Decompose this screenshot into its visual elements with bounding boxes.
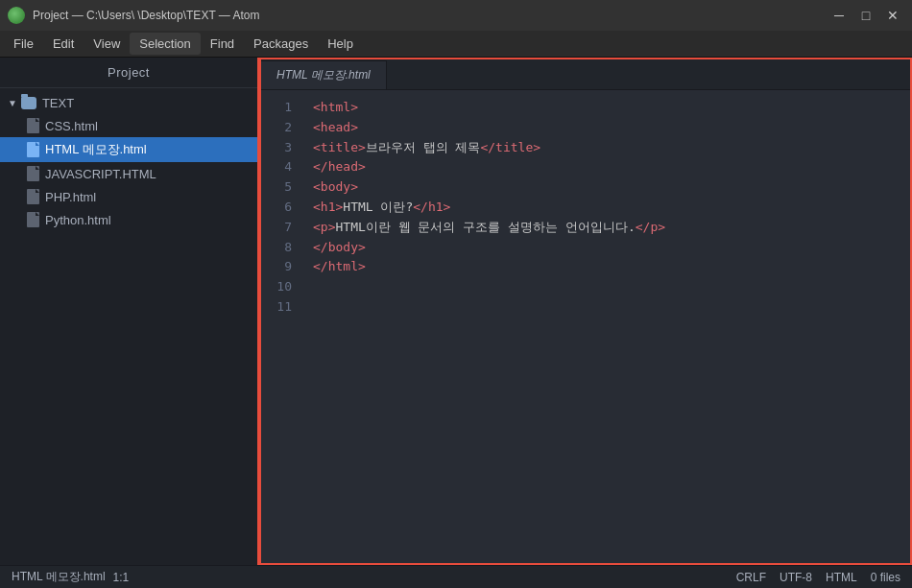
editor-content: 1234567891011 <html><head><title>브라우저 탭의… — [261, 90, 910, 563]
title-bar: Project — C:\Users\ \Desktop\TEXT — Atom… — [0, 0, 912, 31]
line-number: 8 — [261, 238, 292, 258]
status-syntax: HTML — [826, 571, 857, 584]
code-content[interactable]: <html><head><title>브라우저 탭의 제목</title></h… — [301, 90, 910, 563]
status-position: 1:1 — [113, 571, 130, 584]
line-number: 2 — [261, 118, 292, 138]
minimize-button[interactable]: ─ — [828, 6, 851, 25]
file-icon — [27, 142, 39, 157]
folder-icon — [21, 97, 36, 109]
code-line: <head> — [313, 118, 899, 138]
file-label: Python.html — [45, 213, 111, 227]
editor-area: HTML 메모장.html 1234567891011 <html><head>… — [259, 58, 912, 565]
title-left: Project — C:\Users\ \Desktop\TEXT — Atom — [8, 7, 260, 24]
title-text: Project — C:\Users\ \Desktop\TEXT — Atom — [33, 9, 260, 22]
code-line: <p>HTML이란 웹 문서의 구조를 설명하는 언어입니다.</p> — [313, 218, 899, 238]
menu-item-help[interactable]: Help — [318, 33, 363, 55]
folder-name: TEXT — [42, 96, 74, 110]
status-line-ending: CRLF — [736, 571, 766, 584]
file-item[interactable]: PHP.html — [0, 185, 257, 208]
file-label: PHP.html — [45, 190, 96, 204]
line-number: 1 — [261, 98, 292, 118]
menu-item-find[interactable]: Find — [201, 33, 244, 55]
file-item[interactable]: HTML 메모장.html — [0, 137, 257, 162]
menu-item-selection[interactable]: Selection — [130, 33, 200, 55]
line-number: 11 — [261, 297, 292, 318]
file-item[interactable]: CSS.html — [0, 114, 257, 137]
app-icon — [8, 7, 25, 24]
menu-item-packages[interactable]: Packages — [244, 33, 318, 55]
line-number: 9 — [261, 257, 292, 277]
menu-item-view[interactable]: View — [84, 33, 130, 55]
line-numbers: 1234567891011 — [261, 90, 301, 563]
code-line: <html> — [313, 98, 899, 118]
sidebar: Project ▼ TEXT CSS.htmlHTML 메모장.htmlJAVA… — [0, 58, 259, 565]
file-label: HTML 메모장.html — [45, 141, 147, 158]
file-icon — [27, 166, 39, 181]
status-filename: HTML 메모장.html — [12, 569, 106, 585]
code-line: </body> — [313, 238, 899, 258]
menu-item-edit[interactable]: Edit — [43, 33, 84, 55]
status-right: CRLF UTF-8 HTML 0 files — [736, 571, 900, 584]
menu-bar: FileEditViewSelectionFindPackagesHelp — [0, 31, 912, 58]
file-item[interactable]: Python.html — [0, 208, 257, 231]
sidebar-title: Project — [0, 58, 257, 88]
file-label: CSS.html — [45, 119, 98, 133]
file-icon — [27, 212, 39, 227]
editor-tab-bar: HTML 메모장.html — [261, 59, 910, 90]
line-number: 7 — [261, 218, 292, 238]
code-line: <body> — [313, 177, 899, 198]
line-number: 6 — [261, 198, 292, 218]
main-area: Project ▼ TEXT CSS.htmlHTML 메모장.htmlJAVA… — [0, 58, 912, 565]
file-tree: ▼ TEXT CSS.htmlHTML 메모장.htmlJAVASCRIPT.H… — [0, 88, 257, 565]
window-controls: ─ □ ✕ — [828, 6, 904, 25]
line-number: 10 — [261, 277, 292, 297]
file-icon — [27, 189, 39, 204]
menu-item-file[interactable]: File — [4, 33, 43, 55]
file-icon — [27, 118, 39, 133]
code-line — [313, 277, 899, 297]
code-line: </head> — [313, 157, 899, 177]
editor-tab-active[interactable]: HTML 메모장.html — [261, 60, 387, 89]
file-label: JAVASCRIPT.HTML — [45, 167, 156, 181]
line-number: 3 — [261, 138, 292, 158]
maximize-button[interactable]: □ — [854, 6, 877, 25]
status-left: HTML 메모장.html 1:1 — [12, 569, 129, 585]
line-number: 4 — [261, 157, 292, 177]
code-line: <h1>HTML 이란?</h1> — [313, 198, 899, 218]
code-line: </html> — [313, 257, 899, 277]
status-encoding: UTF-8 — [780, 571, 812, 584]
code-line: <title>브라우저 탭의 제목</title> — [313, 138, 899, 158]
close-button[interactable]: ✕ — [881, 6, 904, 25]
folder-text[interactable]: ▼ TEXT — [0, 92, 257, 114]
file-list: CSS.htmlHTML 메모장.htmlJAVASCRIPT.HTMLPHP.… — [0, 114, 257, 231]
status-bar: HTML 메모장.html 1:1 CRLF UTF-8 HTML 0 file… — [0, 565, 912, 588]
line-number: 5 — [261, 177, 292, 198]
status-files: 0 files — [871, 571, 900, 584]
folder-arrow-icon: ▼ — [8, 98, 17, 108]
file-item[interactable]: JAVASCRIPT.HTML — [0, 162, 257, 185]
